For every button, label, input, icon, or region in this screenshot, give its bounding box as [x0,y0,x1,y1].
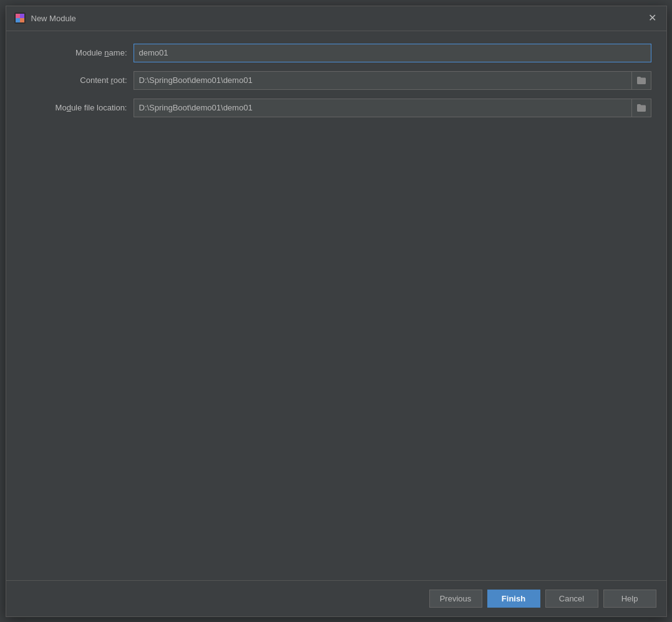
form-content: Module name: Content root: [6,31,666,580]
title-bar: New Module ✕ [6,6,666,31]
app-icon [14,12,26,24]
module-name-input-wrapper [134,44,651,62]
module-file-location-label: Module file location: [21,103,134,112]
dialog-title: New Module [31,14,76,23]
svg-rect-3 [16,18,20,22]
content-root-underline: r [110,75,113,85]
new-module-dialog: New Module ✕ Module name: Content root: [6,6,667,617]
module-name-label: Module name: [21,48,134,57]
title-bar-left: New Module [14,12,76,24]
dialog-footer: Previous Finish Cancel Help [6,580,666,616]
module-file-location-input-wrapper [134,99,651,117]
svg-rect-4 [20,18,24,22]
module-name-underline: n [104,48,109,57]
content-root-input-wrapper [134,71,651,90]
module-file-location-folder-button[interactable] [631,99,651,117]
cancel-button[interactable]: Cancel [545,590,598,608]
svg-rect-1 [16,14,20,18]
module-name-input[interactable] [134,44,651,62]
finish-button[interactable]: Finish [487,590,540,608]
module-file-location-underline: d [67,103,71,112]
help-button[interactable]: Help [603,590,656,608]
content-root-row: Content root: [21,71,651,90]
svg-rect-2 [20,14,24,18]
module-file-location-row: Module file location: [21,99,651,117]
module-name-row: Module name: [21,44,651,62]
content-root-folder-button[interactable] [631,72,651,89]
close-button[interactable]: ✕ [646,12,659,24]
content-root-label: Content root: [21,75,134,85]
previous-button[interactable]: Previous [429,590,482,608]
module-file-location-input[interactable] [134,99,631,117]
content-root-input[interactable] [134,72,631,89]
